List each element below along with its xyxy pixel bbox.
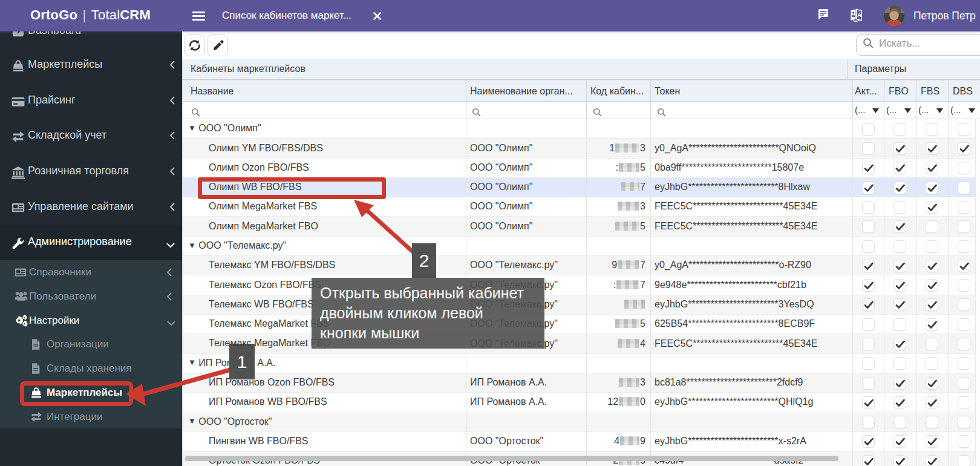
svg-text:A: A [857, 11, 861, 18]
